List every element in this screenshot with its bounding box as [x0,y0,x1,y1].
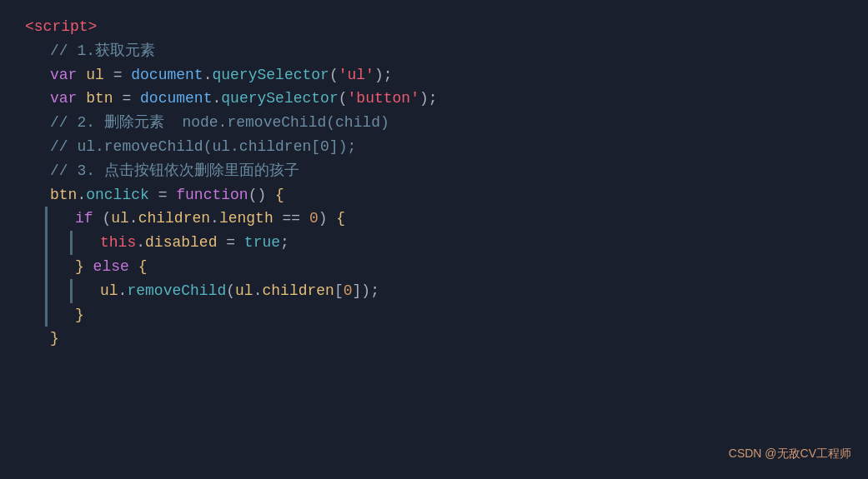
onclick-block: if ( ul . children . length == 0 ) { thi… [25,207,843,327]
code-line-comment3: // ul.removeChild(ul.children[0]); [25,135,843,159]
code-line-close-fn: } [25,327,843,351]
code-line-comment2: // 2. 删除元素 node.removeChild(child) [25,111,843,135]
code-line-if: if ( ul . children . length == 0 ) { [50,207,843,231]
else-block: ul . removeChild ( ul . children [ 0 ]); [50,279,843,303]
if-block: this . disabled = true ; [50,231,843,255]
script-tag: <script> [25,15,97,39]
watermark: CSDN @无敌CV工程师 [729,444,851,462]
code-line-onclick: btn . onclick = function () { [25,183,843,207]
code-line-comment4: // 3. 点击按钮依次删除里面的孩子 [25,159,843,183]
indent-bar-3 [70,279,73,303]
code-line-comment1: // 1.获取元素 [25,39,843,63]
code-line-var-ul: var ul = document . querySelector ( 'ul'… [25,63,843,87]
code-line-tag: <script> [25,15,843,39]
code-line-removechild: ul . removeChild ( ul . children [ 0 ]); [75,279,843,303]
comment-1: // 1.获取元素 [50,39,155,63]
code-line-else: } else { [50,255,843,279]
indent-bar-2 [70,231,73,255]
code-editor: <script> // 1.获取元素 var ul = document . q… [0,0,868,479]
watermark-line1: CSDN @无敌CV工程师 [729,444,851,462]
indent-bar-1 [45,207,48,327]
code-line-close-if: } [50,303,843,327]
code-line-this-disabled: this . disabled = true ; [75,231,843,255]
code-line-var-btn: var btn = document . querySelector ( 'bu… [25,87,843,111]
